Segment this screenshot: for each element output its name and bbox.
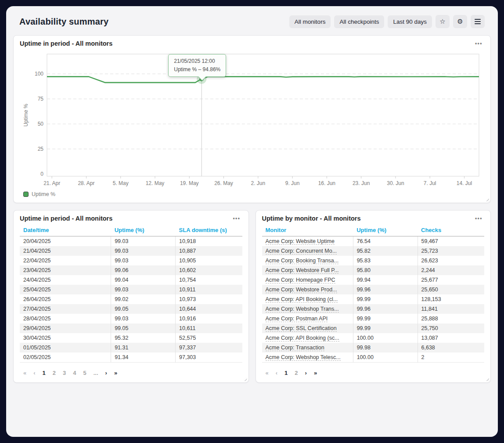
column-header-datetime[interactable]: Date/time	[20, 225, 111, 236]
table-cell: 99.96	[353, 304, 418, 314]
table-cell: 52,575	[176, 333, 242, 343]
chart-more-options-button[interactable]: •••	[473, 40, 484, 47]
filter-all-monitors-button[interactable]: All monitors	[289, 15, 331, 28]
gear-icon: ⚙	[457, 18, 463, 25]
table-cell: 01/05/2025	[20, 343, 111, 352]
table-cell: 95.80	[353, 265, 418, 275]
monitor-link[interactable]: Acme Corp: Webstore Prod...	[266, 287, 337, 293]
pagination-page-5[interactable]: 5	[83, 370, 86, 376]
monitor-link[interactable]: Acme Corp: Homepage FPC	[266, 277, 335, 283]
pagination-page-1[interactable]: 1	[284, 370, 288, 376]
monitor-link[interactable]: Acme Corp: Website Uptime	[266, 238, 335, 245]
table-cell: Acme Corp: Concurrent Mo...	[262, 246, 353, 256]
pagination-page-3[interactable]: 3	[63, 370, 66, 376]
svg-text:16. Jun: 16. Jun	[318, 180, 335, 186]
table-cell: 26/04/2025	[20, 294, 111, 304]
resize-handle-icon[interactable]	[243, 377, 247, 381]
svg-text:14. Jul: 14. Jul	[457, 180, 472, 186]
pagination-last[interactable]: »	[114, 370, 117, 376]
menu-button[interactable]	[471, 15, 485, 28]
table-cell: 24/04/2025	[20, 275, 111, 285]
monitor-link[interactable]: Acme Corp: SSL Certification	[266, 325, 337, 332]
right-table-head: Uptime by monitor - All monitors •••	[262, 215, 485, 222]
table-cell: 10,602	[176, 265, 242, 275]
monitor-link[interactable]: Acme Corp: Webshop Trans...	[266, 306, 339, 312]
resize-handle-icon[interactable]	[485, 197, 489, 201]
uptime-chart[interactable]: 0255075100Uptime %21. Apr28. Apr5. May12…	[20, 50, 483, 189]
pagination-first[interactable]: «	[266, 370, 269, 376]
table-cell: Acme Corp: Webstore Full P...	[262, 265, 353, 275]
left-table-head: Uptime in period - All monitors •••	[20, 215, 242, 222]
table-cell: 99.03	[111, 314, 176, 323]
table-cell: Acme Corp: SSL Certification	[262, 323, 353, 333]
uptime-by-monitor-tbody: Acme Corp: Website Uptime76.5459,467Acme…	[262, 236, 485, 363]
hamburger-icon	[475, 21, 481, 22]
more-options-icon: •••	[475, 40, 482, 47]
table-row: Acme Corp: API Booking (sc...100.0013,08…	[262, 333, 485, 343]
svg-text:50: 50	[38, 121, 44, 127]
table-cell: 99.94	[353, 275, 418, 285]
monitor-link[interactable]: Acme Corp: Webshop Telesc...	[266, 354, 341, 361]
star-icon: ☆	[439, 18, 445, 25]
table-cell: 29/04/2025	[20, 323, 111, 333]
table-cell: 99.05	[111, 304, 176, 314]
table-cell: 99.05	[111, 323, 176, 333]
table-row: 21/04/202599.0310,887	[20, 246, 242, 256]
monitor-link[interactable]: Acme Corp: Concurrent Mo...	[266, 248, 337, 254]
pagination-page-1[interactable]: 1	[43, 370, 46, 376]
svg-text:28. Apr: 28. Apr	[78, 180, 94, 186]
svg-text:12. May: 12. May	[146, 180, 165, 186]
settings-button[interactable]: ⚙	[453, 15, 467, 28]
resize-handle-icon[interactable]	[485, 377, 489, 381]
pagination-first[interactable]: «	[23, 370, 26, 376]
uptime-chart-card: Uptime in period - All monitors ••• 0255…	[13, 35, 491, 203]
monitor-link[interactable]: Acme Corp: Webstore Full P...	[266, 267, 339, 274]
table-cell: 25,677	[418, 275, 484, 285]
table-cell: 99.98	[353, 343, 418, 352]
table-cell: 95.82	[353, 246, 418, 256]
table-row: Acme Corp: Webstore Full P...95.802,244	[262, 265, 485, 275]
svg-text:75: 75	[38, 96, 44, 102]
column-header-sla-downtime[interactable]: SLA downtime (s)	[176, 225, 242, 236]
table-cell: 10,905	[176, 256, 242, 265]
pagination-page-2[interactable]: 2	[295, 370, 298, 376]
favorite-button[interactable]: ☆	[436, 15, 450, 28]
uptime-by-monitor-table: Monitor Uptime (%) Checks Acme Corp: Web…	[262, 225, 485, 363]
table-row: 30/04/202595.3252,575	[20, 333, 242, 343]
pagination-page-2[interactable]: 2	[53, 370, 56, 376]
right-table-more-options-button[interactable]: •••	[473, 215, 484, 222]
more-options-icon: •••	[233, 215, 240, 222]
monitor-link[interactable]: Acme Corp: Postman API	[266, 316, 328, 322]
table-cell: 99.06	[111, 265, 176, 275]
svg-text:100: 100	[35, 71, 43, 77]
column-header-uptime[interactable]: Uptime (%)	[353, 225, 418, 236]
pagination-next[interactable]: ›	[105, 370, 107, 376]
monitor-link[interactable]: Acme Corp: API Booking (sc...	[266, 335, 339, 341]
chart-legend: Uptime %	[20, 189, 484, 201]
chart-card-title: Uptime in period - All monitors	[20, 40, 112, 47]
pagination-next[interactable]: ›	[305, 370, 307, 376]
table-cell: 99.99	[353, 314, 418, 323]
tooltip-datetime: 21/05/2025 12:00	[174, 57, 220, 65]
table-row: Acme Corp: Transaction99.986,638	[262, 343, 485, 352]
dashboard-panel: Availability summary All monitors All ch…	[6, 6, 498, 437]
tooltip-value: Uptime % – 94.86%	[174, 65, 220, 74]
table-cell: 10,644	[176, 304, 242, 314]
column-header-uptime[interactable]: Uptime (%)	[111, 225, 176, 236]
table-cell: Acme Corp: Webshop Trans...	[262, 304, 353, 314]
left-table-more-options-button[interactable]: •••	[231, 215, 242, 222]
filter-all-checkpoints-button[interactable]: All checkpoints	[334, 15, 384, 28]
column-header-monitor[interactable]: Monitor	[262, 225, 353, 236]
monitor-link[interactable]: Acme Corp: API Booking (cl...	[266, 296, 338, 303]
column-header-checks[interactable]: Checks	[418, 225, 484, 236]
pagination-prev[interactable]: ‹	[33, 370, 35, 376]
filter-date-range-button[interactable]: Last 90 days	[388, 15, 432, 28]
pagination-page-4[interactable]: 4	[73, 370, 76, 376]
monitor-link[interactable]: Acme Corp: Booking Transa...	[266, 258, 339, 264]
table-row: 23/04/202599.0610,602	[20, 265, 242, 275]
pagination-ellipsis: ...	[94, 370, 98, 376]
svg-text:30. Jun: 30. Jun	[387, 180, 404, 186]
pagination-last[interactable]: »	[314, 370, 317, 376]
pagination-prev[interactable]: ‹	[276, 370, 277, 376]
monitor-link[interactable]: Acme Corp: Transaction	[266, 345, 324, 351]
